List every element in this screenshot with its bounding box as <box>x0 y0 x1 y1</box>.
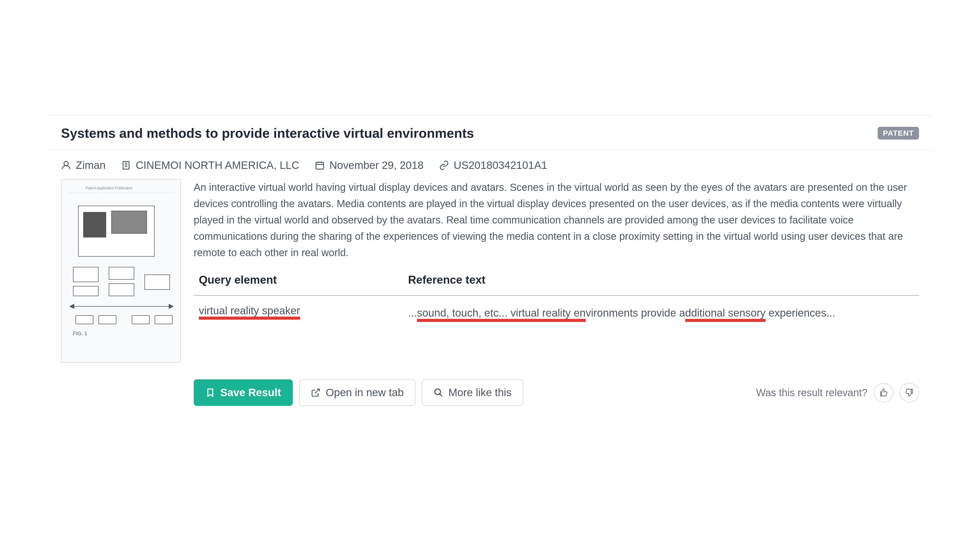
ref-suffix: experiences... <box>765 307 835 319</box>
open-label: Open in new tab <box>326 386 404 399</box>
calendar-icon <box>315 160 325 170</box>
abstract-text: An interactive virtual world having virt… <box>194 179 919 261</box>
patent-badge: PATENT <box>878 127 919 140</box>
svg-marker-10 <box>69 304 74 309</box>
bookmark-icon <box>205 388 215 397</box>
result-content: Patent Application Publication <box>48 179 932 363</box>
feedback-group: Was this result relevant? <box>756 383 919 402</box>
building-icon <box>121 160 131 170</box>
table-header-row: Query element Reference text <box>194 273 919 295</box>
thumbs-up-button[interactable] <box>874 383 893 402</box>
match-table: Query element Reference text virtual rea… <box>194 273 919 330</box>
svg-point-0 <box>64 162 68 166</box>
ref-mid: vironments provide a <box>586 307 685 319</box>
table-row: virtual reality speaker ...sound, touch,… <box>194 295 919 330</box>
search-result-card: Systems and methods to provide interacti… <box>48 115 932 406</box>
person-icon <box>61 160 71 170</box>
author-name: Ziman <box>76 159 106 171</box>
assignee-meta: CINEMOI NORTH AMERICA, LLC <box>121 159 299 171</box>
svg-rect-5 <box>316 162 324 169</box>
query-element-header: Query element <box>199 273 408 286</box>
svg-line-13 <box>440 394 442 396</box>
action-buttons-group: Save Result Open in new tab More like th… <box>194 380 523 406</box>
publication-date: November 29, 2018 <box>329 159 424 171</box>
result-title[interactable]: Systems and methods to provide interacti… <box>61 125 474 141</box>
thumbs-up-icon <box>879 388 888 397</box>
thumbs-down-button[interactable] <box>900 383 919 402</box>
main-content-column: An interactive virtual world having virt… <box>194 179 919 363</box>
actions-row: Save Result Open in new tab More like th… <box>48 363 932 406</box>
query-highlight: virtual reality speaker <box>199 305 300 317</box>
svg-point-12 <box>435 389 441 395</box>
svg-marker-11 <box>169 304 174 309</box>
thumbs-down-icon <box>905 388 914 397</box>
query-element-cell: virtual reality speaker <box>199 305 408 321</box>
date-meta: November 29, 2018 <box>315 159 424 171</box>
feedback-question: Was this result relevant? <box>756 387 867 399</box>
reference-text-cell: ...sound, touch, etc... virtual reality … <box>408 305 914 321</box>
more-like-this-button[interactable]: More like this <box>422 380 523 406</box>
patent-number-meta: US20180342101A1 <box>439 159 547 171</box>
author-meta: Ziman <box>61 159 106 171</box>
ref-highlight-2: dditional sensory <box>685 307 765 319</box>
result-header: Systems and methods to provide interacti… <box>48 115 932 150</box>
thumbnail-header-text: Patent Application Publication <box>68 186 174 193</box>
result-metadata: Ziman CINEMOI NORTH AMERICA, LLC Novembe… <box>48 150 932 179</box>
ref-highlight-1: sound, touch, etc... virtual reality en <box>417 307 586 319</box>
assignee-name: CINEMOI NORTH AMERICA, LLC <box>136 159 299 171</box>
reference-text-header: Reference text <box>408 273 914 286</box>
morelike-label: More like this <box>449 386 511 399</box>
ref-prefix: ... <box>408 307 417 319</box>
link-icon <box>439 160 449 170</box>
patent-number: US20180342101A1 <box>454 159 547 171</box>
save-result-button[interactable]: Save Result <box>194 380 293 406</box>
patent-thumbnail[interactable]: Patent Application Publication <box>61 179 181 363</box>
save-label: Save Result <box>220 386 281 399</box>
external-link-icon <box>311 388 321 397</box>
open-new-tab-button[interactable]: Open in new tab <box>299 380 415 406</box>
search-icon <box>434 388 443 397</box>
thumbnail-diagram: FIG. 1 <box>68 200 174 341</box>
